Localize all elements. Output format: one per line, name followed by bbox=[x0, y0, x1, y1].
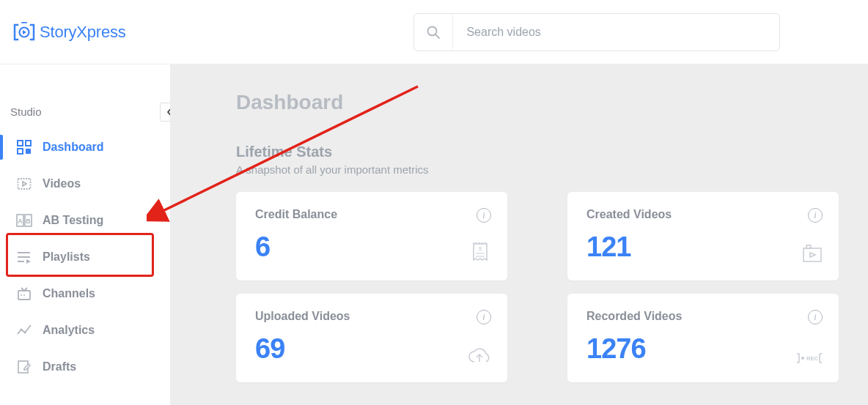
section-title: Lifetime Stats bbox=[236, 144, 868, 160]
sidebar-item-label: Analytics bbox=[43, 324, 95, 337]
sidebar: Studio Dashboard Videos AB AB Te bbox=[0, 64, 170, 405]
sidebar-item-videos[interactable]: Videos bbox=[0, 166, 170, 202]
page-title: Dashboard bbox=[236, 91, 868, 114]
header: StoryXpress bbox=[0, 0, 868, 64]
sidebar-item-label: Drafts bbox=[43, 360, 76, 374]
abtesting-icon: AB bbox=[16, 212, 32, 228]
logo-icon bbox=[13, 22, 35, 42]
card-created-videos: Created Videos i 121 bbox=[567, 192, 839, 280]
sidebar-title: Studio bbox=[10, 105, 42, 118]
svg-rect-8 bbox=[18, 179, 31, 189]
sidebar-item-label: Playlists bbox=[43, 250, 90, 264]
svg-rect-4 bbox=[18, 141, 23, 146]
svg-point-17 bbox=[21, 294, 22, 296]
svg-rect-26 bbox=[806, 245, 811, 248]
svg-text:$: $ bbox=[479, 246, 482, 251]
info-icon[interactable]: i bbox=[808, 208, 823, 223]
dashboard-icon bbox=[16, 139, 32, 155]
sidebar-item-label: Channels bbox=[43, 287, 95, 300]
card-credit-balance: Credit Balance i 6 $ bbox=[236, 192, 507, 280]
svg-text:A: A bbox=[18, 218, 23, 225]
svg-point-27 bbox=[801, 357, 804, 360]
sidebar-item-label: Videos bbox=[43, 177, 81, 190]
svg-point-19 bbox=[21, 329, 23, 331]
svg-point-20 bbox=[24, 332, 26, 334]
search-input[interactable] bbox=[453, 26, 779, 39]
card-value: 1276 bbox=[586, 333, 820, 365]
sidebar-item-analytics[interactable]: Analytics bbox=[0, 312, 170, 349]
sidebar-item-abtesting[interactable]: AB AB Testing bbox=[0, 202, 170, 239]
sidebar-item-playlists[interactable]: Playlists bbox=[0, 239, 170, 275]
card-recorded-videos: Recorded Videos i 1276 REC bbox=[567, 294, 839, 382]
card-value: 6 bbox=[255, 231, 488, 263]
card-value: 121 bbox=[586, 231, 820, 263]
video-file-icon bbox=[802, 244, 823, 266]
drafts-icon bbox=[16, 359, 32, 375]
videos-icon bbox=[16, 176, 32, 192]
info-icon[interactable]: i bbox=[808, 310, 823, 324]
brand-logo[interactable]: StoryXpress bbox=[13, 22, 126, 42]
svg-rect-6 bbox=[18, 149, 23, 154]
svg-rect-1 bbox=[21, 22, 27, 23]
svg-rect-5 bbox=[26, 141, 31, 146]
card-value: 69 bbox=[255, 333, 488, 365]
info-icon[interactable]: i bbox=[477, 310, 491, 324]
section-subtitle: A snapshot of all your important metrics bbox=[236, 163, 868, 176]
svg-point-18 bbox=[23, 294, 25, 296]
channels-icon bbox=[16, 286, 32, 302]
card-label: Recorded Videos bbox=[586, 310, 820, 323]
cloud-upload-icon bbox=[468, 347, 491, 368]
sidebar-item-channels[interactable]: Channels bbox=[0, 275, 170, 312]
sidebar-item-label: Dashboard bbox=[43, 141, 104, 154]
card-uploaded-videos: Uploaded Videos i 69 bbox=[236, 294, 507, 382]
search-icon bbox=[414, 14, 453, 51]
search-box[interactable] bbox=[413, 13, 780, 51]
svg-rect-25 bbox=[803, 248, 821, 261]
svg-rect-7 bbox=[26, 149, 31, 154]
card-label: Created Videos bbox=[586, 208, 820, 221]
card-label: Uploaded Videos bbox=[255, 310, 488, 323]
main-content: Dashboard Lifetime Stats A snapshot of a… bbox=[170, 64, 868, 405]
sidebar-item-drafts[interactable]: Drafts bbox=[0, 349, 170, 385]
svg-line-3 bbox=[435, 34, 439, 38]
info-icon[interactable]: i bbox=[477, 208, 491, 223]
card-label: Credit Balance bbox=[255, 208, 488, 221]
svg-text:B: B bbox=[26, 218, 31, 225]
playlists-icon bbox=[16, 249, 32, 265]
rec-icon: REC bbox=[796, 352, 823, 368]
sidebar-item-dashboard[interactable]: Dashboard bbox=[0, 129, 170, 166]
receipt-icon: $ bbox=[469, 241, 491, 266]
analytics-icon bbox=[16, 322, 32, 338]
svg-text:REC: REC bbox=[806, 355, 818, 362]
sidebar-item-label: AB Testing bbox=[43, 214, 103, 227]
brand-name: StoryXpress bbox=[40, 23, 126, 42]
